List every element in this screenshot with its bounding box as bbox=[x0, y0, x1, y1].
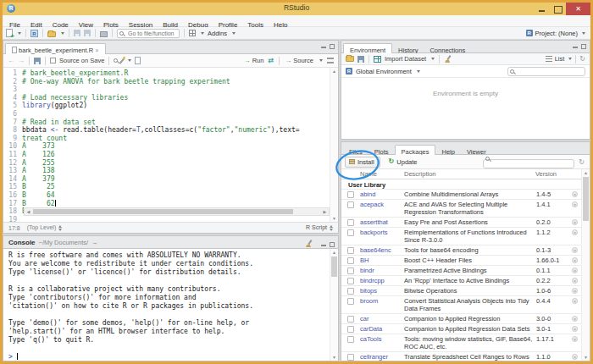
scroll-right-icon[interactable]: ▶ bbox=[321, 208, 329, 215]
package-checkbox[interactable] bbox=[347, 267, 354, 274]
package-name-link[interactable]: bindrcpp bbox=[360, 277, 404, 284]
scroll-down-icon[interactable]: ▼ bbox=[330, 355, 338, 360]
maximize-window-button[interactable] bbox=[551, 3, 566, 15]
remove-package-icon[interactable]: × bbox=[572, 316, 578, 322]
scroll-up-icon[interactable]: ▲ bbox=[330, 69, 338, 74]
chevron-down-icon[interactable] bbox=[431, 58, 435, 60]
close-window-button[interactable]: ✕ bbox=[566, 3, 590, 15]
minimize-pane-icon[interactable] bbox=[573, 47, 578, 48]
scroll-up-icon[interactable]: ▲ bbox=[582, 170, 590, 175]
package-checkbox[interactable] bbox=[347, 326, 354, 333]
source-on-save-checkbox[interactable] bbox=[50, 58, 56, 63]
pane-layout-icon[interactable] bbox=[189, 30, 196, 36]
code-editor[interactable]: 1# bark_beetle_experiment.R2# One-way AN… bbox=[3, 68, 330, 222]
maximize-pane-icon[interactable] bbox=[330, 242, 335, 247]
remove-package-icon[interactable]: × bbox=[572, 298, 578, 304]
maximize-pane-icon[interactable] bbox=[330, 44, 335, 49]
package-name-link[interactable]: bitops bbox=[360, 287, 404, 295]
chevron-down-icon[interactable] bbox=[128, 59, 131, 62]
remove-package-icon[interactable]: × bbox=[572, 354, 578, 360]
find-replace-icon[interactable] bbox=[114, 58, 118, 63]
console-output[interactable]: R is free software and comes with ABSOLU… bbox=[3, 249, 330, 361]
remove-package-icon[interactable]: × bbox=[572, 336, 578, 342]
minimize-pane-icon[interactable] bbox=[321, 245, 326, 246]
package-name-link[interactable]: backports bbox=[360, 229, 404, 236]
clear-environment-icon[interactable] bbox=[444, 55, 452, 63]
package-name-link[interactable]: bindr bbox=[360, 267, 404, 274]
minimize-pane-icon[interactable] bbox=[321, 47, 326, 48]
scroll-left-icon[interactable]: ◀ bbox=[25, 208, 32, 215]
scrollbar-thumb[interactable] bbox=[33, 209, 293, 214]
package-checkbox[interactable] bbox=[347, 288, 354, 295]
package-checkbox[interactable] bbox=[347, 336, 354, 343]
scope-selector[interactable]: (Top Level) bbox=[27, 224, 63, 231]
package-checkbox[interactable] bbox=[347, 257, 354, 264]
column-name[interactable]: Name bbox=[360, 170, 404, 178]
remove-package-icon[interactable]: × bbox=[572, 219, 578, 225]
remove-package-icon[interactable]: × bbox=[572, 257, 578, 263]
package-checkbox[interactable] bbox=[347, 278, 354, 284]
remove-package-icon[interactable]: × bbox=[572, 326, 578, 332]
column-description[interactable]: Description bbox=[404, 170, 535, 178]
maximize-pane-icon[interactable] bbox=[581, 44, 586, 49]
remove-package-icon[interactable]: × bbox=[572, 247, 578, 253]
import-dataset-button[interactable]: Import Dataset bbox=[385, 55, 426, 63]
editor-vertical-scrollbar[interactable]: ▲ ▼ bbox=[330, 68, 338, 222]
run-button[interactable]: → Run bbox=[244, 57, 264, 64]
chevron-down-icon[interactable] bbox=[568, 58, 572, 60]
chevron-down-icon[interactable] bbox=[61, 32, 64, 35]
compile-report-icon[interactable] bbox=[135, 57, 141, 64]
chevron-down-icon[interactable] bbox=[319, 59, 323, 62]
package-name-link[interactable]: carData bbox=[360, 325, 404, 333]
environment-scope-selector[interactable]: Global Environment bbox=[356, 68, 412, 75]
remove-package-icon[interactable]: × bbox=[572, 229, 578, 235]
print-icon[interactable] bbox=[100, 31, 108, 37]
chevron-down-icon[interactable] bbox=[201, 32, 204, 35]
back-icon[interactable]: ← bbox=[8, 57, 14, 64]
packages-search-input[interactable] bbox=[483, 159, 574, 168]
package-name-link[interactable]: broom bbox=[360, 297, 404, 305]
package-name-link[interactable]: BH bbox=[360, 256, 404, 264]
goto-file-input[interactable] bbox=[117, 29, 180, 38]
minimize-window-button[interactable] bbox=[535, 3, 551, 15]
package-checkbox[interactable] bbox=[347, 201, 354, 208]
editor-horizontal-scrollbar[interactable]: ◀ ▶ bbox=[24, 207, 330, 216]
package-name-link[interactable]: assertthat bbox=[360, 218, 404, 226]
environment-search-input[interactable] bbox=[507, 67, 585, 76]
remove-package-icon[interactable]: × bbox=[572, 191, 578, 197]
forward-icon[interactable]: → bbox=[18, 57, 25, 64]
remove-package-icon[interactable]: × bbox=[572, 278, 578, 284]
packages-scrollbar[interactable]: ▲ ▼ bbox=[581, 169, 590, 361]
scrollbar-thumb[interactable] bbox=[583, 177, 589, 221]
package-checkbox[interactable] bbox=[347, 229, 354, 236]
goto-directory-icon[interactable]: → bbox=[91, 239, 98, 246]
package-checkbox[interactable] bbox=[347, 298, 354, 305]
package-checkbox[interactable] bbox=[347, 191, 354, 198]
package-checkbox[interactable] bbox=[347, 316, 354, 323]
console-scrollbar[interactable]: ▲ ▼ bbox=[330, 249, 338, 361]
project-menu[interactable]: R Project: (None) bbox=[526, 30, 585, 37]
remove-package-icon[interactable]: × bbox=[572, 201, 578, 207]
file-type-selector[interactable]: R Script bbox=[306, 224, 333, 231]
rerun-icon[interactable]: ⇄ bbox=[268, 57, 274, 64]
new-project-icon[interactable]: R bbox=[30, 30, 38, 37]
chevron-down-icon[interactable] bbox=[232, 32, 236, 35]
new-file-icon[interactable] bbox=[6, 29, 13, 37]
package-name-link[interactable]: caTools bbox=[360, 335, 404, 343]
remove-package-icon[interactable]: × bbox=[572, 288, 578, 294]
save-all-icon[interactable] bbox=[84, 30, 91, 36]
package-name-link[interactable]: cellranger bbox=[360, 353, 404, 361]
save-icon[interactable] bbox=[34, 58, 41, 64]
clear-console-icon[interactable] bbox=[305, 240, 313, 247]
package-name-link[interactable]: base64enc bbox=[360, 246, 404, 254]
package-checkbox[interactable] bbox=[347, 354, 354, 361]
package-name-link[interactable]: abind bbox=[360, 190, 404, 198]
save-icon[interactable] bbox=[74, 30, 80, 36]
install-button[interactable]: Install bbox=[345, 157, 380, 168]
code-tools-icon[interactable] bbox=[119, 58, 125, 63]
outline-icon[interactable] bbox=[327, 58, 334, 63]
save-workspace-icon[interactable] bbox=[357, 56, 364, 63]
scroll-down-icon[interactable]: ▼ bbox=[582, 355, 590, 360]
import-dataset-icon[interactable] bbox=[374, 56, 381, 63]
load-workspace-icon[interactable] bbox=[346, 56, 354, 62]
